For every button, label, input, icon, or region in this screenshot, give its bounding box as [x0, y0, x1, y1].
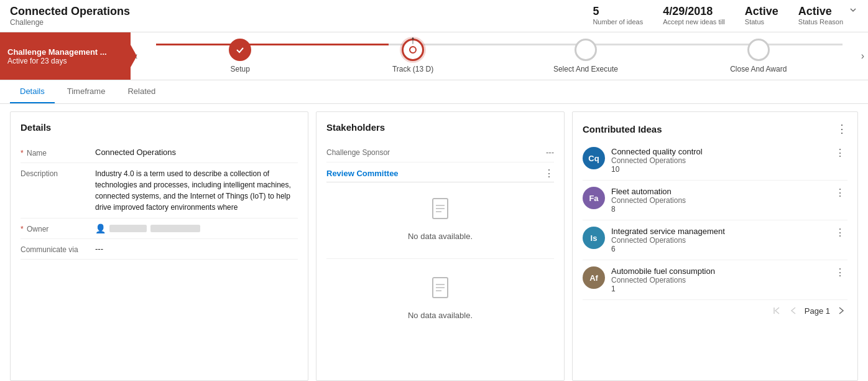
status-item: Active Status	[745, 5, 778, 26]
main-content: Details * Name Connected Operations Desc…	[0, 104, 868, 381]
step-close: Close And Award	[672, 39, 845, 73]
idea-item-fa: Fa Fleet automation Connected Operations…	[583, 181, 847, 220]
tab-timeframe[interactable]: Timeframe	[57, 80, 116, 103]
status-reason-item: Active Status Reason	[798, 5, 843, 26]
tab-related[interactable]: Related	[118, 80, 165, 103]
pagination: Page 1	[583, 300, 847, 319]
challenge-sidebar: Challenge Management ... Active for 23 d…	[0, 32, 131, 80]
step-setup: Setup	[154, 39, 326, 73]
header-meta: 5 Number of ideas 4/29/2018 Accept new i…	[593, 5, 843, 26]
idea-info-af: Automobile fuel consumption Connected Op…	[611, 266, 826, 293]
idea-menu-is[interactable]: ⋮	[833, 227, 847, 238]
idea-info-is: Integrated service management Connected …	[611, 227, 826, 253]
prev-page-icon	[790, 306, 798, 315]
ideas-menu-icon[interactable]: ⋮	[836, 122, 847, 136]
no-data-icon-2	[430, 276, 450, 306]
checkmark-icon	[235, 45, 245, 55]
idea-org-fa: Connected Operations	[611, 196, 826, 205]
page-label: Page 1	[805, 306, 830, 316]
step-select-label: Select And Execute	[553, 65, 618, 73]
idea-name-is: Integrated service management	[611, 227, 826, 236]
committee-no-data: No data available.	[326, 182, 554, 256]
header-dropdown[interactable]	[848, 5, 858, 15]
committee-header-row: Review Committee ⋮	[326, 162, 554, 182]
sponsor-no-data: No data available.	[326, 261, 554, 335]
steps-container: Setup ↑ Track (13 D) Select And Execute	[154, 39, 844, 73]
field-description-label: Description	[21, 168, 95, 178]
committee-menu-icon[interactable]: ⋮	[544, 167, 554, 179]
no-data-icon-1	[430, 197, 450, 227]
field-communicate-value: ---	[95, 244, 298, 253]
step-close-circle	[747, 39, 770, 61]
idea-name-fa: Fleet automation	[611, 187, 826, 196]
details-panel-title: Details	[21, 122, 298, 133]
prev-page-button[interactable]	[787, 305, 801, 316]
ideas-panel: Contributed Ideas ⋮ Cq Connected quality…	[572, 111, 858, 381]
avatar-af-initials: Af	[589, 273, 598, 283]
avatar-fa: Fa	[583, 187, 605, 209]
next-page-button[interactable]	[834, 305, 847, 316]
first-page-button[interactable]	[770, 305, 783, 316]
app-subtitle: Challenge	[10, 18, 593, 27]
avatar-cq-initials: Cq	[588, 154, 599, 163]
idea-info-cq: Connected quality control Connected Oper…	[611, 147, 826, 174]
idea-org-af: Connected Operations	[611, 276, 826, 285]
idea-item-cq: Cq Connected quality control Connected O…	[583, 141, 847, 181]
required-star-owner: *	[21, 225, 24, 233]
next-page-icon	[836, 306, 845, 315]
chevron-down-icon	[848, 5, 858, 15]
required-star: *	[21, 149, 24, 158]
idea-name-cq: Connected quality control	[611, 147, 826, 156]
status-reason-label: Status Reason	[798, 18, 843, 26]
field-name-label: * Name	[21, 148, 95, 158]
owner-name-2	[150, 225, 200, 232]
avatar-fa-initials: Fa	[589, 194, 598, 203]
tabs-bar: Details Timeframe Related	[0, 80, 868, 104]
step-select: Select And Execute	[499, 39, 672, 73]
date-value: 4/29/2018	[663, 5, 725, 18]
ideas-panel-title: Contributed Ideas	[583, 124, 662, 134]
ideas-count-value: 5	[593, 5, 643, 18]
idea-count-is: 6	[611, 245, 826, 253]
track-icon	[409, 46, 417, 54]
field-name-value: Connected Operations	[95, 148, 298, 157]
committee-label: Review Committee	[326, 169, 399, 178]
field-communicate-label: Communicate via	[21, 244, 95, 254]
avatar-is: Is	[583, 227, 605, 249]
field-owner-value: 👤	[95, 223, 298, 233]
stakeholders-panel: Stakeholders Challenge Sponsor --- Revie…	[316, 111, 565, 381]
field-owner-label: * Owner	[21, 223, 95, 233]
first-page-icon	[772, 306, 781, 315]
status-label: Status	[745, 18, 778, 26]
date-item: 4/29/2018 Accept new ideas till	[663, 5, 725, 26]
step-setup-circle	[229, 39, 251, 61]
challenge-title: Challenge Management ...	[7, 47, 123, 57]
date-label: Accept new ideas till	[663, 18, 725, 26]
header-title-block: Connected Operations Challenge	[10, 5, 593, 27]
idea-item-af: Af Automobile fuel consumption Connected…	[583, 260, 847, 300]
avatar-af: Af	[583, 266, 605, 289]
sponsor-value: ---	[546, 148, 554, 157]
progress-steps: Setup ↑ Track (13 D) Select And Execute	[141, 32, 857, 80]
details-panel: Details * Name Connected Operations Desc…	[10, 111, 308, 381]
idea-menu-af[interactable]: ⋮	[833, 266, 847, 278]
step-setup-label: Setup	[231, 65, 250, 73]
person-icon: 👤	[95, 223, 106, 233]
avatar-is-initials: Is	[591, 233, 598, 243]
step-track: ↑ Track (13 D)	[326, 39, 499, 73]
idea-count-af: 1	[611, 285, 826, 293]
field-description-value: Industry 4.0 is a term used to describe …	[95, 168, 298, 213]
svg-point-0	[410, 47, 416, 53]
field-communicate-row: Communicate via ---	[21, 239, 298, 260]
tab-details[interactable]: Details	[10, 80, 55, 103]
field-name-row: * Name Connected Operations	[21, 143, 298, 163]
idea-count-fa: 8	[611, 205, 826, 214]
next-arrow-button[interactable]: ›	[857, 32, 868, 80]
owner-name-1	[109, 225, 147, 232]
document-icon	[430, 197, 450, 222]
document-icon-2	[430, 276, 450, 301]
status-value: Active	[745, 5, 778, 18]
field-description-row: Description Industry 4.0 is a term used …	[21, 163, 298, 219]
idea-menu-fa[interactable]: ⋮	[833, 187, 847, 199]
idea-menu-cq[interactable]: ⋮	[833, 147, 847, 159]
